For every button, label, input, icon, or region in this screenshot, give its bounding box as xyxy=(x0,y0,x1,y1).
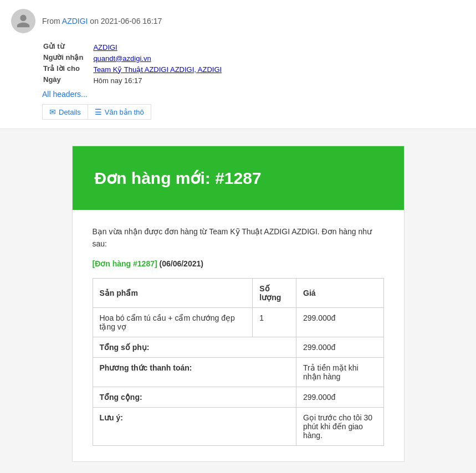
summary-row: Phương thức thanh toán: Trả tiền mặt khi… xyxy=(93,357,383,387)
text-icon: ☰ xyxy=(95,107,102,116)
gui-tu-value: AZDIGI xyxy=(93,42,222,52)
summary-label: Tổng cộng: xyxy=(93,387,296,407)
email-card: Đơn hàng mới: #1287 Bạn vừa nhận được đơ… xyxy=(72,146,405,462)
summary-label: Phương thức thanh toán: xyxy=(93,357,296,387)
avatar xyxy=(11,9,35,33)
azdigi-link[interactable]: AZDIGI xyxy=(93,43,117,52)
tabs-bar: ✉ Details ☰ Văn bản thô xyxy=(42,104,465,120)
order-table-body: Hoa bó cẩm tú cầu + cẩm chướng đẹp tặng … xyxy=(93,307,383,445)
table-header: Sản phẩm Số lượng Giá xyxy=(93,278,383,307)
summary-value: Gọi trước cho tôi 30 phút khi đến giao h… xyxy=(296,407,384,445)
reply-to-link[interactable]: Team Kỹ Thuật AZDIGI AZDIGI, AZDIGI xyxy=(93,65,222,74)
ngay-label: Ngày xyxy=(43,75,92,85)
details-tab-label: Details xyxy=(59,108,81,116)
email-header: From AZDIGI on 2021-06-06 16:17 Gửi từ A… xyxy=(0,0,476,129)
tab-van-ban-tho[interactable]: ☰ Văn bản thô xyxy=(88,104,151,120)
all-headers-link[interactable]: All headers... xyxy=(42,90,465,99)
nguoi-nhan-label: Người nhận xyxy=(43,53,92,63)
person-icon xyxy=(16,13,31,29)
email-container: From AZDIGI on 2021-06-06 16:17 Gửi từ A… xyxy=(0,0,476,473)
summary-label: Lưu ý: xyxy=(93,407,296,445)
van-ban-tho-tab-label: Văn bản thô xyxy=(105,108,144,116)
summary-row: Lưu ý: Gọi trước cho tôi 30 phút khi đến… xyxy=(93,407,383,445)
tra-loi-cho-label: Trả lời cho xyxy=(43,64,92,74)
table-header-row: Sản phẩm Số lượng Giá xyxy=(93,278,383,307)
tab-details[interactable]: ✉ Details xyxy=(42,104,88,120)
date-sent: 2021-06-06 16:17 xyxy=(101,17,162,25)
order-table: Sản phẩm Số lượng Giá Hoa bó cẩm tú cầu … xyxy=(93,278,384,446)
meta-row-tra-loi-cho: Trả lời cho Team Kỹ Thuật AZDIGI AZDIGI,… xyxy=(43,64,222,74)
col-header-price: Giá xyxy=(296,278,384,307)
order-date: (06/06/2021) xyxy=(160,259,203,268)
nguoi-nhan-value: quandt@azdigi.vn xyxy=(93,53,222,63)
meta-row-gui-tu: Gửi từ AZDIGI xyxy=(43,42,222,52)
meta-row-ngay: Ngày Hôm nay 16:17 xyxy=(43,75,222,85)
meta-table: Gửi từ AZDIGI Người nhận quandt@azdigi.v… xyxy=(42,41,223,86)
col-header-product: Sản phẩm xyxy=(93,278,253,307)
email-from-line: From AZDIGI on 2021-06-06 16:17 xyxy=(11,9,465,33)
cell-product: Hoa bó cẩm tú cầu + cẩm chướng đẹp tặng … xyxy=(93,307,253,337)
on-label: on xyxy=(90,17,99,25)
order-header: Đơn hàng mới: #1287 xyxy=(73,146,404,210)
cell-qty: 1 xyxy=(253,307,296,337)
order-ref-line: [Đơn hàng #1287] (06/06/2021) xyxy=(93,259,384,268)
meta-row-nguoi-nhan: Người nhận quandt@azdigi.vn xyxy=(43,53,222,63)
email-content: Bạn vừa nhận được đơn hàng từ Team Kỹ Th… xyxy=(73,210,404,461)
summary-label: Tổng số phụ: xyxy=(93,337,296,357)
summary-value: 299.000đ xyxy=(296,387,384,407)
recipient-link[interactable]: quandt@azdigi.vn xyxy=(93,54,151,63)
from-label: From xyxy=(42,17,60,25)
gui-tu-label: Gửi từ xyxy=(43,42,92,52)
cell-price: 299.000đ xyxy=(296,307,384,337)
summary-value: Trả tiền mặt khi nhận hàng xyxy=(296,357,384,387)
sender-link[interactable]: AZDIGI xyxy=(62,17,88,25)
col-header-qty: Số lượng xyxy=(253,278,296,307)
email-body-area: Đơn hàng mới: #1287 Bạn vừa nhận được đơ… xyxy=(0,129,476,473)
order-number-link[interactable]: [Đơn hàng #1287] xyxy=(93,259,157,268)
summary-value: 299.000đ xyxy=(296,337,384,357)
summary-row: Tổng số phụ: 299.000đ xyxy=(93,337,383,357)
tra-loi-cho-value: Team Kỹ Thuật AZDIGI AZDIGI, AZDIGI xyxy=(93,64,222,74)
order-title: Đơn hàng mới: #1287 xyxy=(95,168,382,188)
intro-text: Bạn vừa nhận được đơn hàng từ Team Kỹ Th… xyxy=(93,225,384,250)
envelope-icon: ✉ xyxy=(49,107,56,116)
summary-row: Tổng cộng: 299.000đ xyxy=(93,387,383,407)
from-line-text: From AZDIGI on 2021-06-06 16:17 xyxy=(42,17,162,25)
ngay-value: Hôm nay 16:17 xyxy=(93,75,222,85)
table-row: Hoa bó cẩm tú cầu + cẩm chướng đẹp tặng … xyxy=(93,307,383,337)
